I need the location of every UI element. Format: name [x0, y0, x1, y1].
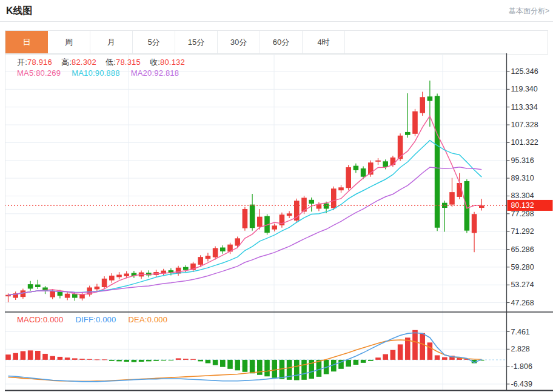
svg-text:107.328: 107.328 [511, 121, 538, 129]
svg-text:125.346: 125.346 [511, 67, 538, 76]
price-axis-labels: 125.346119.340113.334107.328101.32295.31… [507, 67, 538, 388]
diff-line [8, 333, 482, 382]
fundamental-analysis-link[interactable]: 基本面分析> [509, 6, 549, 16]
svg-text:95.316: 95.316 [511, 156, 534, 165]
period-tab-5min[interactable]: 5分 [133, 31, 175, 54]
period-tab-day[interactable]: 日 [5, 31, 48, 54]
svg-text:80.132: 80.132 [511, 201, 534, 210]
period-tab-15min[interactable]: 15分 [175, 31, 218, 54]
period-tab-month[interactable]: 月 [90, 31, 133, 54]
svg-text:119.340: 119.340 [511, 85, 538, 93]
svg-text:89.310: 89.310 [511, 174, 534, 182]
last-price-badge: 80.132 [508, 200, 553, 211]
svg-text:65.286: 65.286 [511, 245, 534, 254]
svg-text:101.322: 101.322 [511, 138, 538, 147]
svg-text:-6.439: -6.439 [511, 380, 532, 388]
period-tab-4hour[interactable]: 4时 [303, 31, 345, 54]
svg-text:2.828: 2.828 [511, 345, 530, 353]
period-tab-30min[interactable]: 30分 [218, 31, 260, 54]
period-tabbar: 日周月5分15分30分60分4时 [5, 30, 548, 55]
svg-text:113.334: 113.334 [511, 103, 538, 111]
svg-text:47.268: 47.268 [511, 299, 534, 307]
svg-text:83.304: 83.304 [511, 191, 534, 200]
candlestick-layer [5, 81, 484, 302]
macd-histogram [5, 330, 484, 380]
page-title: K线图 [6, 5, 33, 18]
ma20-line [8, 167, 482, 295]
svg-text:7.461: 7.461 [511, 328, 530, 336]
svg-text:53.274: 53.274 [511, 281, 534, 289]
period-tab-60min[interactable]: 60分 [260, 31, 303, 54]
svg-text:-1.806: -1.806 [511, 362, 532, 371]
kline-page: K线图 基本面分析> 日周月5分15分30分60分4时 125.346119.3… [0, 0, 553, 392]
svg-text:59.280: 59.280 [511, 263, 534, 271]
page-header: K线图 基本面分析> [0, 0, 553, 22]
chart-area: 125.346119.340113.334107.328101.32295.31… [0, 53, 553, 392]
kline-chart-canvas[interactable]: 125.346119.340113.334107.328101.32295.31… [0, 53, 553, 392]
svg-text:71.292: 71.292 [511, 227, 534, 236]
period-tab-week[interactable]: 周 [48, 31, 90, 54]
